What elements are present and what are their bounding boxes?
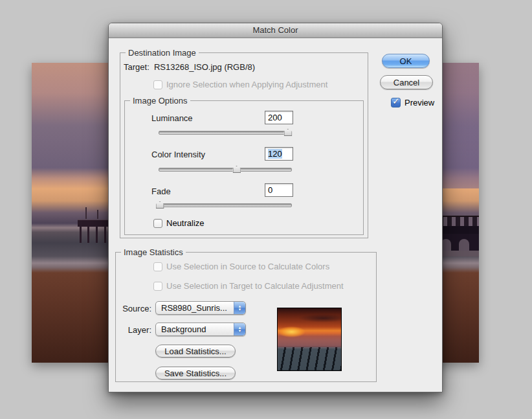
image-options-group-label: Image Options	[130, 96, 190, 106]
color-intensity-slider-track[interactable]	[159, 168, 292, 172]
check-icon: ✓	[392, 96, 400, 106]
save-statistics-button[interactable]: Save Statistics...	[155, 367, 236, 379]
color-intensity-label: Color Intensity	[151, 150, 205, 159]
preview-checkbox[interactable]: ✓	[391, 98, 401, 108]
dialog-title: Match Color	[252, 25, 298, 35]
use-selection-source-checkbox	[153, 262, 162, 271]
layer-dropdown[interactable]: Background ▲ ▼	[155, 323, 246, 336]
pier-leg	[96, 226, 98, 243]
luminance-slider-thumb[interactable]	[283, 129, 292, 136]
use-selection-source-row: Use Selection in Source to Calculate Col…	[153, 262, 329, 271]
ignore-selection-label: Ignore Selection when Applying Adjustmen…	[166, 80, 327, 89]
image-statistics-group-label: Image Statistics	[121, 247, 186, 257]
pier-mast	[85, 207, 87, 219]
preview-label: Preview	[405, 98, 434, 108]
source-dropdown-value: RS8980_Sunris...	[161, 303, 227, 313]
ignore-selection-checkbox	[153, 80, 162, 89]
neutralize-checkbox[interactable]	[153, 219, 162, 228]
pier-silhouette-left	[78, 206, 108, 243]
neutralize-row[interactable]: Neutralize	[153, 218, 205, 228]
preview-row[interactable]: ✓ Preview	[391, 98, 434, 108]
target-filename: RS13268_ISO.jpg (RGB/8)	[154, 62, 255, 72]
pier-deck	[78, 220, 108, 227]
dialog-title-bar[interactable]: Match Color	[109, 23, 442, 38]
ok-button[interactable]: OK	[382, 54, 430, 68]
luminance-slider[interactable]	[159, 128, 292, 137]
luminance-slider-track[interactable]	[159, 131, 292, 135]
pier-leg	[80, 226, 82, 243]
use-selection-source-label: Use Selection in Source to Calculate Col…	[166, 262, 329, 271]
neutralize-label: Neutralize	[166, 218, 205, 228]
fade-value: 0	[268, 185, 272, 195]
source-label: Source:	[114, 304, 151, 313]
color-intensity-input[interactable]: 120	[265, 147, 293, 161]
fade-input[interactable]: 0	[265, 183, 293, 197]
layer-dropdown-value: Background	[161, 324, 206, 334]
color-intensity-slider-thumb[interactable]	[232, 166, 241, 173]
source-dropdown[interactable]: RS8980_Sunris... ▲ ▼	[155, 301, 246, 315]
fade-label: Fade	[151, 187, 171, 196]
dropdown-stepper-icon[interactable]: ▲ ▼	[234, 302, 245, 314]
luminance-value: 200	[268, 113, 282, 122]
load-statistics-button[interactable]: Load Statistics...	[155, 345, 236, 357]
use-selection-target-checkbox	[153, 282, 162, 291]
dropdown-stepper-icon[interactable]: ▲ ▼	[234, 323, 245, 335]
stepper-down-icon: ▼	[238, 330, 242, 333]
fade-slider-track[interactable]	[159, 203, 292, 207]
pier-arch	[459, 239, 469, 251]
color-intensity-slider[interactable]	[159, 164, 292, 174]
target-label: Target:	[124, 62, 150, 72]
color-intensity-value: 120	[268, 149, 282, 159]
source-preview-thumbnail	[277, 308, 342, 371]
use-selection-target-label: Use Selection in Target to Calculate Adj…	[166, 281, 344, 291]
fade-slider[interactable]	[159, 200, 292, 209]
layer-label: Layer:	[114, 325, 151, 335]
cancel-button[interactable]: Cancel	[380, 75, 433, 89]
target-row: Target: RS13268_ISO.jpg (RGB/8)	[124, 62, 255, 72]
pier-leg	[104, 226, 106, 243]
pier-leg	[87, 226, 89, 243]
stepper-down-icon: ▼	[238, 308, 242, 311]
use-selection-target-row: Use Selection in Target to Calculate Adj…	[153, 281, 344, 291]
luminance-input[interactable]: 200	[265, 111, 293, 124]
destination-image-group-label: Destination Image	[126, 48, 199, 58]
match-color-dialog: Match Color Destination Image Target: RS…	[108, 23, 443, 392]
luminance-label: Luminance	[151, 113, 193, 123]
ignore-selection-row: Ignore Selection when Applying Adjustmen…	[153, 80, 327, 89]
pier-mast	[97, 210, 98, 219]
